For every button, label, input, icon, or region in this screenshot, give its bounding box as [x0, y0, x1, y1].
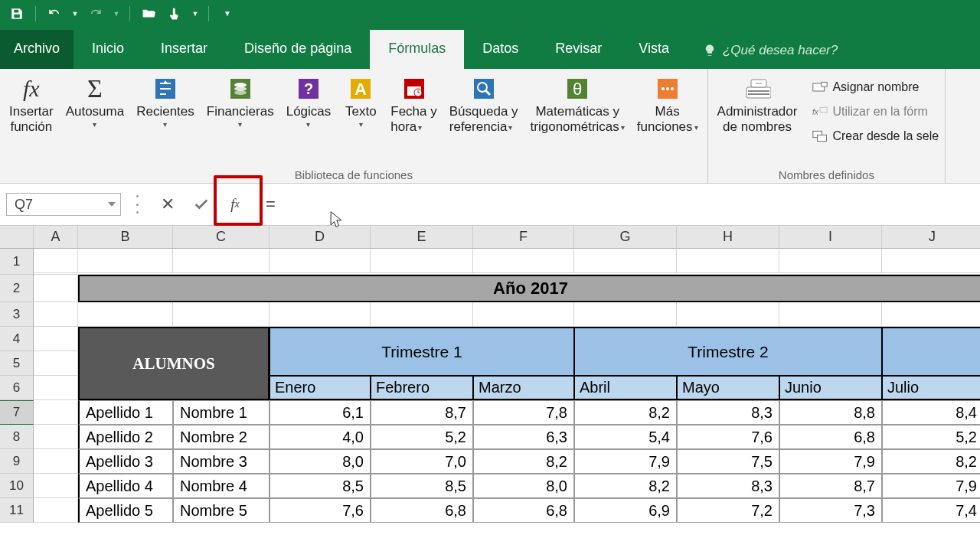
name-cell[interactable]: Nombre 5 [173, 498, 270, 523]
column-header[interactable]: H [677, 226, 779, 249]
formula-input[interactable]: = [252, 189, 980, 220]
touch-mode-dropdown[interactable]: ▼ [190, 3, 201, 24]
cell[interactable] [34, 327, 78, 351]
row-header[interactable]: 1 [0, 249, 34, 275]
surname-cell[interactable]: Apellido 1 [78, 400, 173, 425]
alumnos-header[interactable]: ALUMNOS [78, 327, 270, 376]
trimester-header[interactable]: Trimestre 2 [574, 327, 882, 351]
row-header[interactable]: 10 [0, 474, 34, 498]
grade-cell[interactable]: 7,6 [270, 498, 371, 523]
select-all-corner[interactable] [0, 226, 34, 249]
insert-function-fx-button[interactable]: fx [218, 189, 252, 220]
row-header[interactable]: 5 [0, 351, 34, 376]
text-functions-button[interactable]: A Texto▾ [340, 72, 381, 129]
trimester-header[interactable] [882, 327, 980, 351]
grade-cell[interactable]: 8,2 [882, 449, 980, 474]
cell[interactable] [34, 302, 78, 327]
grade-cell[interactable]: 7,9 [574, 449, 677, 474]
cell[interactable] [34, 275, 78, 302]
create-from-selection-button[interactable]: Crear desde la sele [812, 126, 939, 147]
tab-data[interactable]: Datos [464, 30, 537, 69]
grade-cell[interactable]: 5,4 [574, 425, 677, 449]
column-header[interactable]: C [173, 226, 270, 249]
recent-functions-button[interactable]: Recientes▾ [133, 72, 198, 129]
tab-formulas[interactable]: Fórmulas [370, 30, 464, 69]
open-button[interactable] [138, 3, 159, 24]
cancel-formula-button[interactable]: ✕ [151, 189, 185, 220]
column-header[interactable]: F [473, 226, 574, 249]
grade-cell[interactable]: 8,3 [677, 400, 779, 425]
more-functions-button[interactable]: Másfunciones ▾ [634, 72, 701, 135]
cell[interactable] [882, 249, 980, 273]
cell[interactable] [882, 302, 980, 327]
month-header[interactable]: Julio [882, 376, 980, 400]
name-box[interactable]: Q7 [6, 193, 121, 216]
grade-cell[interactable]: 6,8 [779, 425, 882, 449]
math-functions-button[interactable]: θ Matemáticas ytrigonométricas ▾ [528, 72, 628, 135]
row-header[interactable]: 9 [0, 449, 34, 474]
row-header[interactable]: 2 [0, 275, 34, 302]
grade-cell[interactable]: 8,7 [779, 474, 882, 498]
grade-cell[interactable]: 8,0 [270, 449, 371, 474]
row-header[interactable]: 8 [0, 425, 34, 449]
tab-pagelayout[interactable]: Diseño de página [226, 30, 370, 69]
surname-cell[interactable]: Apellido 3 [78, 449, 173, 474]
grade-cell[interactable]: 8,3 [677, 474, 779, 498]
grade-cell[interactable]: 8,2 [574, 400, 677, 425]
grade-cell[interactable]: 8,2 [473, 449, 574, 474]
cell[interactable] [34, 249, 78, 273]
grade-cell[interactable]: 6,8 [473, 498, 574, 523]
cell[interactable] [34, 498, 78, 523]
cell[interactable] [34, 351, 78, 376]
cell[interactable] [371, 302, 473, 327]
month-header[interactable]: Mayo [677, 376, 779, 400]
column-header[interactable]: B [78, 226, 173, 249]
grade-cell[interactable]: 8,8 [779, 400, 882, 425]
grade-cell[interactable]: 6,9 [574, 498, 677, 523]
cell[interactable] [677, 302, 779, 327]
redo-dropdown[interactable]: ▼ [111, 3, 122, 24]
column-header[interactable]: J [882, 226, 980, 249]
grade-cell[interactable]: 5,2 [882, 425, 980, 449]
grade-cell[interactable]: 7,8 [473, 400, 574, 425]
logical-functions-button[interactable]: ? Lógicas▾ [283, 72, 335, 129]
trimester-header-ext[interactable] [270, 351, 574, 376]
grade-cell[interactable]: 7,3 [779, 498, 882, 523]
cell[interactable] [371, 249, 473, 273]
customize-qat-button[interactable]: ▼ [217, 3, 238, 24]
row-header[interactable]: 6 [0, 376, 34, 400]
name-cell[interactable]: Nombre 3 [173, 449, 270, 474]
cell[interactable] [473, 302, 574, 327]
year-title-cell[interactable]: Año 2017 [78, 275, 980, 302]
grade-cell[interactable]: 6,1 [270, 400, 371, 425]
insert-function-button[interactable]: fx Insertarfunción [6, 72, 57, 135]
grade-cell[interactable]: 8,0 [473, 474, 574, 498]
cell[interactable] [78, 249, 173, 273]
grade-cell[interactable]: 8,5 [270, 474, 371, 498]
cell[interactable] [677, 249, 779, 273]
enter-formula-button[interactable] [185, 189, 218, 220]
grade-cell[interactable]: 7,0 [371, 449, 473, 474]
cell[interactable] [473, 249, 574, 273]
grade-cell[interactable]: 8,4 [882, 400, 980, 425]
month-header[interactable]: Junio [779, 376, 882, 400]
cell[interactable] [173, 302, 270, 327]
name-cell[interactable]: Nombre 2 [173, 425, 270, 449]
grade-cell[interactable]: 5,2 [371, 425, 473, 449]
trimester-header-ext[interactable] [574, 351, 882, 376]
grade-cell[interactable]: 7,6 [677, 425, 779, 449]
grade-cell[interactable]: 7,5 [677, 449, 779, 474]
grade-cell[interactable]: 6,8 [371, 498, 473, 523]
cell[interactable] [779, 249, 882, 273]
trimester-header[interactable]: Trimestre 1 [270, 327, 574, 351]
redo-button[interactable] [85, 3, 106, 24]
grade-cell[interactable]: 7,9 [882, 474, 980, 498]
trimester-header-ext[interactable] [882, 351, 980, 376]
financial-functions-button[interactable]: Financieras▾ [204, 72, 277, 129]
month-header[interactable]: Enero [270, 376, 371, 400]
grade-cell[interactable]: 4,0 [270, 425, 371, 449]
grade-cell[interactable]: 8,5 [371, 474, 473, 498]
tab-home[interactable]: Inicio [74, 30, 142, 69]
grade-cell[interactable]: 7,9 [779, 449, 882, 474]
grade-cell[interactable]: 8,7 [371, 400, 473, 425]
